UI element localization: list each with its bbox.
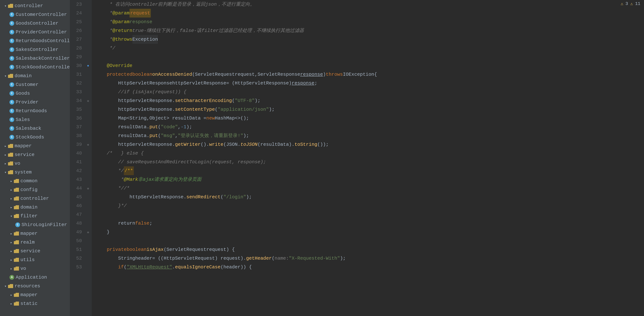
sidebar-item-label: controller	[14, 3, 43, 9]
folder-icon	[14, 240, 19, 244]
sidebar-item-SalesbackController[interactable]: C SalesbackController	[0, 54, 70, 63]
sidebar-item-Salesback[interactable]: C Salesback	[0, 124, 70, 133]
code-line-35: httpServletResponse.setContentType("appl…	[95, 105, 644, 114]
sidebar-item-domain2[interactable]: domain	[0, 203, 70, 212]
code-line-49: }	[95, 228, 644, 236]
folder-icon	[14, 293, 19, 297]
code-content[interactable]: * 在访问controller前判断是否登录，返回json，不进行重定向。 * …	[92, 0, 644, 316]
sidebar-item-common[interactable]: common	[0, 177, 70, 185]
expand-arrow	[4, 144, 7, 148]
expand-arrow	[10, 196, 13, 201]
sidebar-item-label: service	[14, 152, 34, 157]
sidebar-item-vo2[interactable]: vo	[0, 264, 70, 273]
file-tree: controller C CustomerController C GoodsC…	[0, 0, 70, 316]
sidebar-item-Customer[interactable]: C Customer	[0, 80, 70, 89]
code-line-44: *//*	[95, 184, 644, 193]
sidebar-item-service[interactable]: service	[0, 150, 70, 159]
expand-arrow	[10, 293, 13, 297]
sidebar-item-Sales[interactable]: C Sales	[0, 115, 70, 124]
folder-icon	[14, 266, 19, 270]
sidebar-item-label: ShiroLoginFilter	[22, 222, 67, 227]
sidebar-item-ReturnGoodsController[interactable]: C ReturnGoodsController	[0, 37, 70, 45]
code-line-23: * 在访问controller前判断是否登录，返回json，不进行重定向。	[95, 0, 644, 9]
sidebar-item-system[interactable]: system	[0, 168, 70, 177]
code-line-52: String header = ((HttpServletRequest) re…	[95, 254, 644, 263]
class-icon: C	[10, 117, 14, 122]
sidebar-item-ShiroLoginFilter[interactable]: C ShiroLoginFilter	[0, 220, 70, 229]
sidebar-item-label: realm	[20, 239, 35, 245]
sidebar-item-Application[interactable]: A Application	[0, 273, 70, 282]
sidebar-item-label: ProviderController	[16, 29, 67, 35]
sidebar-item-label: StockGoods	[16, 134, 44, 140]
code-line-36: Map<String,Object> resultData = new Hash…	[95, 114, 644, 123]
sidebar-item-label: StockGoodsController	[16, 64, 70, 70]
sidebar-item-label: mapper	[20, 231, 38, 236]
sidebar-item-Goods[interactable]: C Goods	[0, 89, 70, 98]
sidebar-item-label: resources	[14, 283, 40, 289]
sidebar-item-resources[interactable]: resources	[0, 282, 70, 290]
sidebar-item-domain[interactable]: domain	[0, 72, 70, 80]
expand-arrow	[10, 205, 13, 210]
code-line-25: * @param response	[95, 18, 644, 26]
sidebar-item-label: filter	[20, 213, 38, 219]
folder-icon	[14, 301, 19, 305]
code-line-51: private boolean isAjax(ServletRequest re…	[95, 245, 644, 254]
sidebar-item-controller[interactable]: controller	[0, 2, 70, 10]
warning-triangle-icon: ⚠	[621, 1, 623, 7]
code-line-45: httpServletResponse.sendRedirect("/login…	[95, 193, 644, 201]
sidebar-item-label: vo	[14, 161, 20, 166]
code-line-24: * @param request	[95, 9, 644, 18]
sidebar-item-mapper[interactable]: mapper	[0, 142, 70, 150]
sidebar-item-vo[interactable]: vo	[0, 159, 70, 168]
code-line-32: HttpServletResponse httpServletResponse …	[95, 79, 644, 88]
sidebar-item-label: domain	[14, 73, 32, 79]
sidebar-item-label: mapper	[20, 292, 38, 297]
expand-arrow	[4, 74, 7, 78]
code-line-46: }*/	[95, 201, 644, 210]
sidebar-item-filter[interactable]: filter	[0, 212, 70, 220]
sidebar-item-label: static	[20, 301, 38, 306]
sidebar-item-service2[interactable]: service	[0, 247, 70, 255]
folder-icon	[8, 4, 13, 8]
sidebar-item-CustomerController[interactable]: C CustomerController	[0, 10, 70, 19]
line-numbers: 23 24 25 26 27 28 29 30 31 32 33 34 35 3…	[70, 0, 84, 316]
folder-icon	[8, 74, 13, 78]
code-editor[interactable]: 23 24 25 26 27 28 29 30 31 32 33 34 35 3…	[70, 0, 644, 316]
class-icon: C	[10, 126, 14, 131]
sidebar-item-GoodsController[interactable]: C GoodsController	[0, 19, 70, 28]
class-icon: C	[15, 222, 20, 227]
sidebar-item-mapper3[interactable]: mapper	[0, 290, 70, 299]
sidebar-item-controller2[interactable]: controller	[0, 194, 70, 203]
sidebar-item-StockGoodsController[interactable]: C StockGoodsController	[0, 63, 70, 72]
code-line-42: *//**	[95, 166, 644, 175]
warning-triangle-count: 3	[626, 1, 628, 6]
folder-icon	[14, 258, 19, 262]
sidebar-item-label: system	[14, 169, 32, 175]
sidebar-item-utils[interactable]: utils	[0, 255, 70, 264]
sidebar-item-mapper2[interactable]: mapper	[0, 229, 70, 238]
sidebar-item-config[interactable]: config	[0, 185, 70, 194]
class-icon: C	[10, 109, 14, 113]
folder-icon	[14, 196, 19, 200]
expand-arrow	[4, 284, 7, 288]
sidebar-item-realm[interactable]: realm	[0, 238, 70, 247]
warning-badges: ⚠ 3 ⚠ 11	[617, 0, 644, 8]
sidebar-item-StockGoods[interactable]: C StockGoods	[0, 133, 70, 142]
sidebar-item-label: Application	[16, 274, 47, 280]
code-line-37: resultData.put("code", -1);	[95, 123, 644, 131]
sidebar-item-SakesController[interactable]: C SakesController	[0, 45, 70, 54]
sidebar-item-label: ReturnGoods	[16, 108, 47, 114]
sidebar-item-label: ReturnGoodsController	[16, 38, 70, 44]
expand-arrow	[10, 240, 13, 245]
sidebar-item-ProviderController[interactable]: C ProviderController	[0, 28, 70, 37]
code-line-30: @Override	[95, 61, 644, 70]
sidebar-item-label: Sales	[16, 117, 30, 122]
sidebar-item-Provider[interactable]: C Provider	[0, 98, 70, 107]
warning-count: 11	[635, 1, 640, 6]
sidebar-item-label: CustomerController	[16, 12, 67, 17]
sidebar-item-ReturnGoods[interactable]: C ReturnGoods	[0, 107, 70, 115]
sidebar-item-static[interactable]: static	[0, 299, 70, 308]
class-icon: C	[10, 65, 14, 70]
sidebar-item-label: controller	[20, 196, 49, 201]
app-icon: A	[10, 275, 14, 280]
